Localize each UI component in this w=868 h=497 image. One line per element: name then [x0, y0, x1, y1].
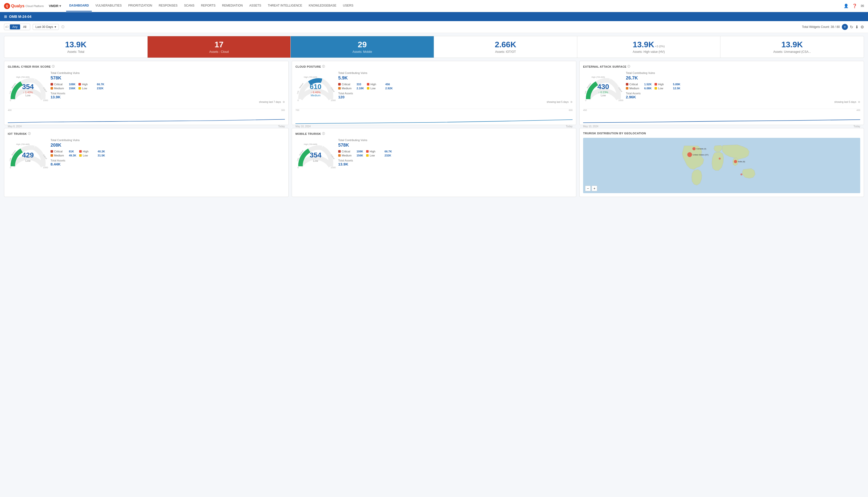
gauge-center-mobile: 354 Low: [310, 151, 322, 162]
settings-icon-global[interactable]: ⚙: [283, 101, 285, 103]
user-icon[interactable]: 👤: [844, 3, 849, 8]
nav-vulnerabilities[interactable]: VULNERABILITIES: [92, 0, 125, 12]
info-icon[interactable]: ⓘ: [52, 65, 55, 68]
critical-val-cloud: 333: [357, 83, 361, 86]
chart-y1-global: 400: [8, 109, 12, 111]
svg-text:High (700-849): High (700-849): [16, 143, 30, 145]
high-label-iot: High: [83, 150, 97, 153]
medium-val-mob: 156K: [357, 154, 363, 157]
medium-val-cloud: 2.18K: [357, 87, 364, 90]
total-vulns-label-cloud: Total Contributing Vulns: [338, 71, 573, 74]
svg-text:United States (57): United States (57): [693, 154, 709, 156]
high-dot: [78, 83, 81, 86]
critical-val-mob: 108K: [357, 150, 363, 153]
svg-point-31: [693, 147, 696, 151]
nav-dashboard[interactable]: DASHBOARD: [66, 0, 92, 12]
main-nav: DASHBOARD VULNERABILITIES PRIORITIZATION…: [66, 0, 844, 12]
module-selector[interactable]: VMDR ▾: [49, 4, 61, 8]
mail-icon[interactable]: ✉: [861, 3, 864, 8]
nav-scans[interactable]: SCANS: [181, 0, 198, 12]
asset-mobile-label: Assets: Mobile: [296, 50, 429, 54]
low-val-mob: 232K: [385, 154, 391, 157]
nav-responses[interactable]: RESPONSES: [156, 0, 180, 12]
help-icon[interactable]: ❓: [852, 3, 857, 8]
external-attack-panel: EXTERNAL ATTACK SURFACE ⓘ 0 1000: [579, 61, 864, 125]
svg-point-38: [719, 158, 721, 160]
svg-text:1000: 1000: [618, 99, 623, 102]
date-label: Last 30 Days: [35, 25, 53, 29]
info-icon-iot[interactable]: ⓘ: [28, 132, 31, 136]
total-vulns-val-global: 578K: [50, 75, 285, 81]
add-widget-button[interactable]: +: [842, 24, 848, 30]
nav-prioritization[interactable]: PRIORITIZATION: [125, 0, 155, 12]
critical-val-ext: 1.52K: [644, 83, 651, 86]
tag-filter: 🏷 Any All: [4, 24, 30, 30]
nav-threat-intelligence[interactable]: THREAT INTELLIGENCE: [265, 0, 305, 12]
critical-dot-cloud: [338, 83, 341, 86]
svg-text:High (700-849): High (700-849): [591, 76, 605, 78]
svg-text:1000: 1000: [331, 99, 336, 102]
critical-label-iot: Critical: [54, 150, 68, 153]
gauge-center-global: 354 ↑ 1.43% Low: [22, 83, 34, 97]
settings-icon-cloud[interactable]: ⚙: [570, 101, 573, 103]
info-icon-external[interactable]: ⓘ: [627, 65, 631, 68]
svg-text:0: 0: [298, 166, 299, 169]
widgets-count: Total Widgets Count: 38 / 80: [802, 25, 840, 29]
nav-remediation[interactable]: REMEDIATION: [219, 0, 246, 12]
mobile-trurisk-title: MOBILE TRURISK ⓘ: [295, 132, 573, 136]
svg-text:Low: Low: [296, 157, 299, 161]
cloud-posture-panel: CLOUD POSTURE ⓘ 0 1000 High: [292, 61, 576, 125]
gauge-area-external: 0 1000 High (700-849) Medium Critical Lo…: [583, 71, 623, 106]
asset-card-mobile: 29 Assets: Mobile: [291, 36, 434, 58]
refresh-icon[interactable]: ↻: [850, 25, 853, 29]
tag-any-button[interactable]: Any: [10, 24, 20, 29]
low-val: 232K: [97, 87, 103, 90]
medium-label: Medium: [54, 87, 68, 90]
nav-users[interactable]: USERS: [340, 0, 356, 12]
critical-label-mob: Critical: [342, 150, 356, 153]
download-icon[interactable]: ⬇: [855, 25, 858, 29]
filter-bar: 🏷 Any All Last 30 Days ▾ ⓘ Total Widgets…: [0, 21, 868, 33]
map-zoom-plus-button[interactable]: +: [592, 186, 597, 191]
nav-assets[interactable]: ASSETS: [246, 0, 264, 12]
mini-chart-cloud: 700 600 May 10, 2024 Today: [295, 109, 573, 121]
total-assets-val-global: 13.9K: [50, 95, 285, 99]
banner-title: OMB M-24-04: [9, 15, 31, 19]
map-zoom-minus-button[interactable]: −: [585, 186, 591, 191]
date-picker[interactable]: Last 30 Days ▾: [33, 24, 59, 30]
total-vulns-label-external: Total Contributing Vulns: [626, 71, 860, 74]
info-icon-mobile[interactable]: ⓘ: [322, 132, 325, 136]
tag-all-button[interactable]: All: [20, 24, 29, 29]
mobile-score-label: Low: [310, 159, 322, 162]
low-dot: [78, 87, 81, 89]
asset-iot-label: Assets: IOT/OT: [439, 50, 572, 54]
chart-start-cloud: May 10, 2024: [295, 125, 311, 128]
geo-distribution-title: TRURISK DISTRIBUTION BY GEOLOCATION: [583, 132, 860, 135]
critical-dot-ext: [626, 83, 628, 86]
nav-reports[interactable]: REPORTS: [198, 0, 218, 12]
global-cyber-risk-title: GLOBAL CYBER RISK SCORE ⓘ: [8, 65, 285, 68]
map-container: Canada (4) United States (57) India (8) …: [583, 138, 860, 193]
medium-val-iot: 49.3K: [69, 154, 76, 157]
bottom-panels-row: IOT TRURISK ⓘ 0 1000 High (7: [4, 128, 864, 197]
medium-dot-mob: [338, 154, 341, 157]
vuln-rows-mobile: Critical108K Medium156K High66.7K Low232…: [338, 150, 573, 157]
high-dot-iot: [79, 150, 82, 153]
mobile-trurisk-body: 0 1000 High (700-849) Medium Critical Lo…: [295, 139, 573, 174]
filter-info-icon[interactable]: ⓘ: [61, 25, 64, 29]
critical-val-iot: 81K: [69, 150, 74, 153]
info-icon-cloud[interactable]: ⓘ: [322, 65, 325, 68]
critical-dot: [50, 83, 53, 86]
high-label: High: [82, 83, 96, 86]
svg-text:Canada (4): Canada (4): [696, 148, 706, 150]
settings-icon-external[interactable]: ⚙: [858, 101, 860, 103]
high-val: 66.7K: [97, 83, 104, 86]
total-vulns-label-iot: Total Contributing Vulns: [50, 139, 285, 142]
medium-val: 156K: [69, 87, 75, 90]
svg-point-33: [687, 153, 692, 157]
settings-icon[interactable]: ⚙: [860, 25, 864, 29]
chart-end-cloud: Today: [566, 125, 573, 128]
stats-area-external: Total Contributing Vulns 26.7K Critical1…: [626, 71, 860, 106]
nav-knowledgebase[interactable]: KNOWLEDGEBASE: [306, 0, 339, 12]
total-vulns-val-external: 26.7K: [626, 75, 860, 81]
